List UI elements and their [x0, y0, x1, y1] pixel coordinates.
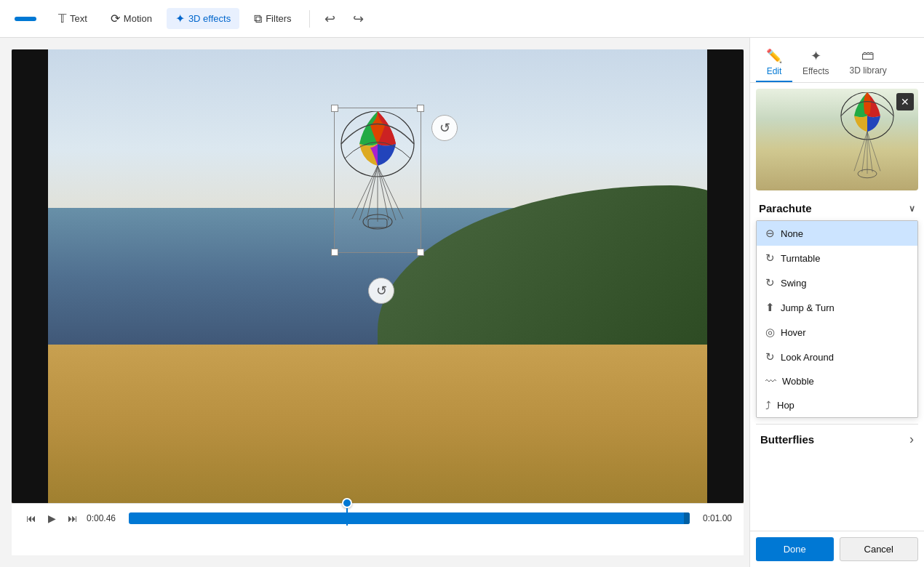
right-panel: ✏️ Edit ✦ Effects 🗃 3D library [749, 38, 924, 567]
effects-button[interactable]: ✦ 3D effects [167, 8, 239, 29]
rotation-handle-bottom[interactable]: ↺ [368, 278, 394, 304]
panel-actions: Done Cancel [750, 531, 924, 567]
svg-line-14 [867, 132, 872, 172]
play-button[interactable]: ▶ [45, 511, 59, 526]
option-jump-turn[interactable]: ⬆Jump & Turn [757, 295, 917, 320]
preview-parachute-svg [831, 92, 904, 187]
option-icon-look-around: ↻ [765, 350, 775, 363]
panel-tabs: ✏️ Edit ✦ Effects 🗃 3D library [750, 38, 924, 83]
rotation-handle-top[interactable]: ↺ [431, 115, 458, 141]
option-turntable[interactable]: ↻Turntable [757, 246, 917, 270]
option-none[interactable]: ⊖None [757, 221, 917, 246]
edit-tab-label: Edit [767, 66, 782, 76]
next-item-card[interactable]: Butterflies › [756, 424, 918, 454]
black-right-bar [707, 49, 744, 503]
redo-button[interactable]: ↪ [347, 8, 370, 30]
option-hop[interactable]: ⤴Hop [757, 393, 917, 417]
effects-tab-icon: ✦ [811, 48, 821, 64]
preview-close-button[interactable]: ✕ [896, 93, 914, 110]
option-icon-hover: ◎ [765, 326, 775, 339]
dropdown-header[interactable]: Parachute ∨ [756, 196, 918, 220]
tab-3d-library[interactable]: 🗃 3D library [839, 44, 896, 82]
cancel-button[interactable]: Cancel [840, 537, 919, 561]
filters-icon: ⧉ [254, 12, 262, 25]
done-button[interactable]: Done [756, 537, 834, 561]
dropdown-label: Parachute [759, 202, 812, 214]
option-icon-turntable: ↻ [765, 252, 775, 265]
motion-icon: ⟳ [111, 12, 120, 25]
skip-back-button[interactable]: ⏮ [23, 511, 39, 526]
svg-line-12 [862, 132, 867, 172]
handle-bottom-left[interactable] [331, 249, 338, 256]
library-tab-label: 3D library [849, 65, 886, 76]
black-left-bar [12, 49, 48, 503]
option-icon-hop: ⤴ [765, 399, 771, 411]
option-icon-jump-turn: ⬆ [765, 301, 775, 314]
video-canvas: ↺ ↺ [12, 49, 744, 503]
option-label-look-around: Look Around [781, 352, 834, 363]
parachute-object[interactable]: ↺ ↺ [334, 108, 429, 268]
svg-line-6 [352, 166, 378, 219]
filters-button[interactable]: ⧉ Filters [245, 9, 300, 29]
svg-line-7 [378, 166, 403, 219]
thumb-circle [342, 498, 352, 508]
panel-content: ✕ Parachute ∨ ⊖None↻Turntable↻Swing⬆Jump… [750, 83, 924, 531]
option-label-hop: Hop [777, 400, 794, 411]
track-bar[interactable] [129, 512, 690, 524]
app-logo [15, 17, 36, 21]
timeline-area: ⏮ ▶ ⏭ 0:00.46 0:01.00 [12, 503, 744, 555]
track-end-handle[interactable] [684, 512, 690, 524]
option-icon-wobble: 〰 [765, 375, 776, 387]
next-item-label: Butterflies [760, 433, 814, 446]
motion-button[interactable]: ⟳ Motion [102, 8, 161, 29]
option-wobble[interactable]: 〰Wobble [757, 369, 917, 393]
beach-scene: ↺ ↺ [12, 49, 744, 503]
library-tab-icon: 🗃 [861, 48, 875, 63]
option-icon-swing: ↻ [765, 276, 775, 289]
tab-edit[interactable]: ✏️ Edit [756, 44, 792, 82]
option-icon-none: ⊖ [765, 227, 775, 240]
step-forward-button[interactable]: ⏭ [65, 511, 81, 526]
toolbar: 𝕋 Text ⟳ Motion ✦ 3D effects ⧉ Filters ↩… [0, 0, 924, 38]
option-look-around[interactable]: ↻Look Around [757, 345, 917, 369]
option-label-turntable: Turntable [781, 253, 820, 264]
text-icon: 𝕋 [58, 12, 66, 25]
sand [12, 345, 744, 503]
edit-tab-icon: ✏️ [766, 48, 782, 64]
undo-button[interactable]: ↩ [319, 8, 341, 30]
text-button[interactable]: 𝕋 Text [49, 8, 96, 29]
option-label-jump-turn: Jump & Turn [781, 302, 835, 313]
text-label: Text [70, 13, 87, 24]
handle-top-right[interactable] [417, 105, 424, 112]
time-end: 0:01.00 [696, 513, 732, 523]
option-hover[interactable]: ◎Hover [757, 320, 917, 345]
option-label-wobble: Wobble [782, 376, 814, 387]
option-label-none: None [781, 228, 803, 239]
parachute-svg [338, 111, 418, 242]
tab-effects[interactable]: ✦ Effects [792, 44, 839, 82]
option-label-swing: Swing [781, 278, 806, 289]
option-label-hover: Hover [781, 327, 806, 338]
preview-area: ✕ [756, 89, 918, 190]
video-area: ↺ ↺ ⏮ ▶ ⏭ 0:00.46 [0, 38, 749, 567]
next-item-chevron-icon: › [909, 432, 914, 447]
effects-label: 3D effects [188, 13, 231, 24]
time-current: 0:00.46 [87, 513, 123, 523]
effects-icon: ✦ [175, 12, 185, 25]
timeline-track[interactable] [129, 512, 690, 524]
option-swing[interactable]: ↻Swing [757, 270, 917, 295]
motion-label: Motion [124, 13, 152, 24]
filters-label: Filters [266, 13, 291, 24]
effects-tab-label: Effects [802, 66, 829, 76]
timeline-controls: ⏮ ▶ ⏭ 0:00.46 0:01.00 [23, 511, 732, 526]
handle-bottom-right[interactable] [417, 249, 424, 256]
dropdown-arrow-icon: ∨ [909, 204, 915, 214]
toolbar-separator [309, 10, 310, 28]
main-content: ↺ ↺ ⏮ ▶ ⏭ 0:00.46 [0, 38, 924, 567]
options-list: ⊖None↻Turntable↻Swing⬆Jump & Turn◎Hover↻… [756, 220, 918, 418]
